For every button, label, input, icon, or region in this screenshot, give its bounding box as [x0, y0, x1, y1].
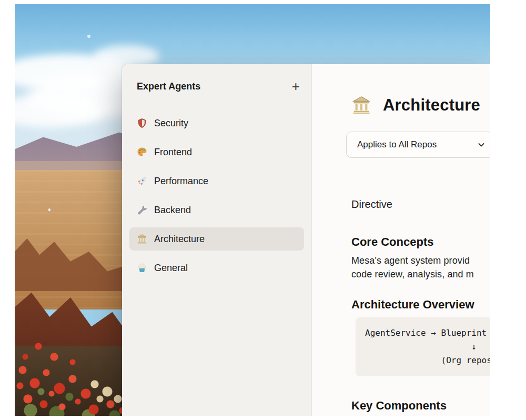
shield-icon: [137, 118, 147, 128]
sidebar: Expert Agents + Security Frontend: [122, 64, 311, 416]
sidebar-item-security[interactable]: Security: [129, 112, 304, 135]
add-agent-button[interactable]: +: [290, 80, 302, 93]
cupcake-icon: [137, 263, 147, 273]
sidebar-item-architecture[interactable]: Architecture: [129, 227, 304, 251]
core-concepts-text: Mesa's agent system provid: [351, 254, 490, 267]
code-line: ↓: [365, 340, 490, 354]
sidebar-item-general[interactable]: General: [129, 256, 304, 279]
core-concepts-text: code review, analysis, and m: [351, 267, 490, 281]
sidebar-item-label: Performance: [154, 175, 208, 187]
sidebar-title: Expert Agents: [137, 80, 200, 93]
core-concepts-heading: Core Concepts: [351, 235, 490, 249]
chevron-down-icon: [477, 141, 485, 149]
sidebar-header: Expert Agents +: [137, 80, 302, 93]
directive-label: Directive: [351, 198, 490, 211]
wallpaper-moon: [87, 35, 90, 38]
palette-icon: [137, 147, 147, 157]
code-line: AgentService → Blueprint: [365, 326, 490, 340]
agent-list: Security Frontend Performance: [122, 112, 311, 279]
sidebar-item-label: Backend: [154, 204, 191, 216]
app-window: Expert Agents + Security Frontend: [122, 64, 490, 416]
rocket-icon: [137, 176, 147, 186]
page-title-row: Architecture: [351, 94, 490, 117]
building-icon: [351, 95, 371, 115]
sidebar-item-label: General: [154, 262, 188, 274]
sidebar-item-frontend[interactable]: Frontend: [129, 141, 304, 164]
architecture-overview-heading: Architecture Overview: [351, 297, 490, 312]
content-panel: Architecture Applies to All Repos Direct…: [312, 64, 490, 416]
sidebar-item-label: Architecture: [154, 233, 205, 245]
wallpaper-distant-speck: [48, 208, 50, 212]
repo-scope-label: Applies to All Repos: [357, 139, 437, 150]
key-components-heading: Key Components: [351, 398, 490, 413]
sidebar-item-performance[interactable]: Performance: [129, 169, 304, 193]
wrench-icon: [137, 205, 147, 215]
sidebar-item-label: Frontend: [154, 146, 192, 158]
building-icon: [137, 234, 147, 244]
architecture-diagram-code-block: AgentService → Blueprint ↓ (Org repos: [356, 317, 490, 376]
repo-scope-dropdown[interactable]: Applies to All Repos: [346, 132, 490, 158]
sidebar-item-label: Security: [154, 117, 188, 129]
page-title: Architecture: [383, 96, 480, 115]
sidebar-item-backend[interactable]: Backend: [129, 198, 304, 222]
code-line: (Org repos: [365, 354, 490, 367]
desktop-wallpaper: Expert Agents + Security Frontend: [15, 4, 490, 416]
